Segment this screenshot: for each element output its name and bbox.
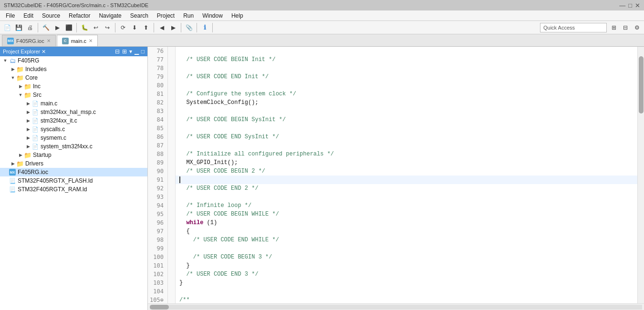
toolbar-btn5[interactable]: ▶ — [52, 22, 62, 33]
line-content[interactable] — [176, 124, 179, 133]
line-content[interactable] — [176, 141, 179, 150]
tree-item-Src[interactable]: ▼📁Src — [0, 91, 147, 99]
tab-main-c[interactable]: C main.c ✕ — [57, 35, 98, 46]
sidebar-minimize[interactable]: ▁ — [135, 48, 139, 55]
tree-item-STM32F405RGTX-FLASH-ld[interactable]: 📃STM32F405RGTX_FLASH.ld — [0, 176, 147, 185]
code-line: 105⊕/** — [148, 296, 637, 303]
line-content[interactable]: /* USER CODE BEGIN WHILE */ — [176, 210, 279, 218]
toolbar-btn6[interactable]: ⬛ — [63, 22, 74, 33]
tree-item-sysmem-c[interactable]: ▶📄sysmem.c — [0, 134, 147, 142]
menu-run[interactable]: Run — [179, 11, 197, 20]
tree-item-stm32f4xx-hal-msp-c[interactable]: ▶📄stm32f4xx_hal_msp.c — [0, 108, 147, 116]
tab-ioc-close[interactable]: ✕ — [47, 38, 51, 43]
toolbar-btn17[interactable]: ⊟ — [620, 22, 631, 33]
toolbar-info[interactable]: ℹ — [199, 22, 210, 33]
tree-item-stm32f4xx-it-c[interactable]: ▶📄stm32f4xx_it.c — [0, 116, 147, 125]
line-content[interactable]: /* USER CODE BEGIN 3 */ — [176, 253, 272, 261]
line-content[interactable] — [176, 47, 179, 55]
line-content[interactable] — [176, 176, 184, 184]
vscroll-thumb[interactable] — [639, 56, 644, 114]
quick-access-input[interactable]: Quick Access — [540, 23, 607, 32]
line-content[interactable] — [176, 287, 179, 296]
toolbar-btn10[interactable]: ⟳ — [118, 22, 128, 33]
menu-window[interactable]: Window — [198, 11, 227, 20]
tree-item-Startup[interactable]: ▶📁Startup — [0, 151, 147, 159]
menu-refactor[interactable]: Refactor — [65, 11, 94, 20]
toolbar-btn14[interactable]: ▶ — [168, 22, 178, 33]
line-content[interactable]: /* USER CODE END WHILE */ — [176, 236, 279, 244]
minimize-button[interactable]: — — [619, 2, 625, 9]
editor-content[interactable]: 7677 /* USER CODE BEGIN Init */7879 /* U… — [148, 47, 637, 303]
line-content[interactable] — [176, 64, 179, 72]
toolbar-btn2[interactable]: 💾 — [13, 22, 24, 33]
toolbar-btn8[interactable]: ↩ — [91, 22, 101, 33]
line-content[interactable]: /* USER CODE BEGIN SysInit */ — [176, 115, 286, 124]
sidebar-expand[interactable]: ⊞ — [122, 48, 127, 55]
line-content[interactable]: /* Configure the system clock */ — [176, 90, 296, 98]
line-content[interactable]: MX_GPIO_Init(); — [176, 158, 238, 167]
toolbar-new[interactable]: 📄 — [2, 22, 12, 33]
vertical-scrollbar[interactable] — [637, 47, 644, 303]
tree-item-main-c[interactable]: ▶📄main.c — [0, 99, 147, 108]
horizontal-scrollbar[interactable] — [148, 303, 644, 310]
toolbar-btn12[interactable]: ⬆ — [141, 22, 151, 33]
tree-item-Drivers[interactable]: ▶📁Drivers — [0, 159, 147, 168]
line-content[interactable] — [176, 244, 179, 253]
line-content[interactable]: /* Infinite loop */ — [176, 201, 251, 210]
line-content[interactable]: /* USER CODE END 3 */ — [176, 270, 259, 279]
line-content[interactable]: /* USER CODE END 2 */ — [176, 184, 259, 193]
line-content[interactable]: /* USER CODE END Init */ — [176, 72, 269, 81]
toolbar-btn3[interactable]: 🖨 — [25, 22, 35, 33]
line-content[interactable]: while (1) — [176, 218, 217, 227]
tree-item-system-stm32f4xx-c[interactable]: ▶📄system_stm32f4xx.c — [0, 142, 147, 151]
hscroll-track[interactable] — [150, 305, 642, 310]
tree-item-F405RG[interactable]: ▼🗂F405RG — [0, 56, 147, 65]
toolbar-btn11[interactable]: ⬇ — [129, 22, 140, 33]
line-gutter — [168, 133, 176, 141]
menu-source[interactable]: Source — [38, 11, 64, 20]
line-gutter — [168, 64, 176, 72]
line-content[interactable]: /* USER CODE BEGIN 2 */ — [176, 167, 265, 176]
line-content[interactable]: { — [176, 227, 190, 236]
sidebar-collapse[interactable]: ⊟ — [115, 48, 120, 55]
line-number: 83 — [148, 107, 168, 115]
tree-item-Inc[interactable]: ▶📁Inc — [0, 82, 147, 91]
sidebar-maximize[interactable]: □ — [141, 48, 145, 55]
toolbar-btn13[interactable]: ◀ — [156, 22, 167, 33]
line-number: 82 — [148, 98, 168, 107]
toolbar-build[interactable]: 🔨 — [41, 22, 51, 33]
menu-search[interactable]: Search — [126, 11, 152, 20]
menu-edit[interactable]: Edit — [20, 11, 37, 20]
tree-item-Includes[interactable]: ▶📁Includes — [0, 65, 147, 73]
tree-item-syscalls-c[interactable]: ▶📄syscalls.c — [0, 125, 147, 134]
line-content[interactable]: } — [176, 279, 183, 287]
menu-file[interactable]: File — [2, 11, 19, 20]
line-content[interactable]: /* Initialize all configured peripherals… — [176, 150, 334, 158]
tree-item-F405RG-ioc[interactable]: MXF405RG.ioc — [0, 168, 147, 176]
tab-f405rg-ioc[interactable]: MX F405RG.ioc ✕ — [2, 35, 56, 46]
tree-item-STM32F405RGTX-RAM-ld[interactable]: 📃STM32F405RGTX_RAM.ld — [0, 185, 147, 194]
line-content[interactable]: /* USER CODE BEGIN Init */ — [176, 55, 276, 64]
line-content[interactable]: } — [176, 261, 190, 270]
line-content[interactable]: /** — [176, 296, 190, 303]
line-content[interactable]: /* USER CODE END SysInit */ — [176, 133, 279, 141]
line-content[interactable]: SystemClock_Config(); — [176, 98, 259, 107]
toolbar-debug[interactable]: 🐛 — [79, 22, 90, 33]
menu-help[interactable]: Help — [228, 11, 247, 20]
toolbar-btn18[interactable]: ⚙ — [632, 22, 642, 33]
toolbar-btn15[interactable]: 📎 — [184, 22, 194, 33]
line-gutter — [168, 270, 176, 279]
tree-item-Core[interactable]: ▼📁Core — [0, 73, 147, 82]
line-content[interactable] — [176, 193, 179, 201]
sidebar-menu[interactable]: ▾ — [129, 48, 132, 55]
line-content[interactable] — [176, 81, 179, 90]
close-button[interactable]: ✕ — [635, 2, 640, 9]
menu-navigate[interactable]: Navigate — [95, 11, 125, 20]
maximize-button[interactable]: □ — [628, 2, 632, 9]
toolbar-btn9[interactable]: ↪ — [102, 22, 113, 33]
hscroll-thumb[interactable] — [150, 305, 169, 310]
tab-mainc-close[interactable]: ✕ — [89, 38, 93, 43]
toolbar-btn16[interactable]: ⊞ — [609, 22, 619, 33]
menu-project[interactable]: Project — [153, 11, 178, 20]
line-content[interactable] — [176, 107, 179, 115]
